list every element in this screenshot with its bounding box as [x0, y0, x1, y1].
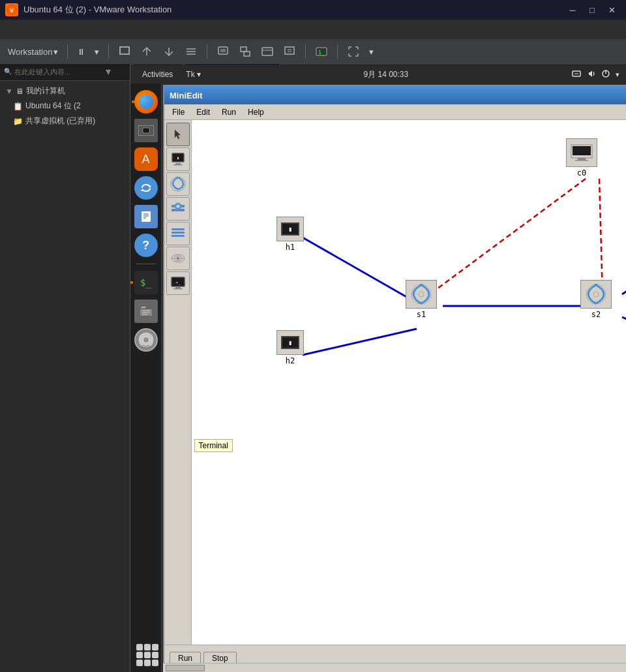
close-button[interactable]: ✕	[603, 3, 621, 17]
window-controls: ─ □ ✕	[563, 3, 621, 17]
c0-icon	[566, 138, 597, 167]
tool-switch[interactable]	[166, 197, 190, 221]
toolbar-separator-2	[108, 44, 109, 59]
toolbar-btn-10[interactable]	[280, 44, 299, 59]
dock-refresh[interactable]	[133, 175, 159, 201]
toolbar-btn-9[interactable]	[258, 44, 276, 59]
dock-terminal[interactable]: $_	[133, 269, 159, 296]
menu-help[interactable]: Help	[243, 106, 269, 118]
help-icon: ?	[134, 234, 158, 257]
tree-item-my-computer[interactable]: ▼ 🖥 我的计算机	[0, 84, 130, 99]
toolbar-separator-4	[305, 44, 306, 59]
workstation-label: Workstation	[8, 47, 52, 57]
dock-help[interactable]: ?	[133, 232, 159, 258]
vm-content[interactable]: Activities Tk ▾ 9月 14 00:33	[130, 65, 626, 672]
svg-rect-7	[244, 52, 250, 56]
s2-icon	[580, 280, 612, 309]
miniedit-toolbar: ▮	[164, 120, 192, 645]
toolbar-btn-3[interactable]	[115, 44, 134, 59]
menu-run[interactable]: Run	[216, 106, 241, 118]
power-icon[interactable]	[601, 69, 610, 80]
menu-file[interactable]: File	[167, 106, 190, 118]
h1-screen	[281, 222, 299, 236]
node-s1[interactable]: s1	[406, 280, 437, 319]
search-input[interactable]	[14, 68, 106, 76]
svg-rect-58	[575, 160, 588, 161]
svg-rect-3	[120, 47, 129, 54]
horizontal-scrollbar[interactable]	[163, 663, 626, 672]
tool-cursor[interactable]	[166, 123, 190, 146]
app-wrapper: V Ubuntu 64 位 (2) - VMware Workstation ─…	[0, 0, 626, 672]
toolbar-separator-3	[207, 44, 207, 59]
network-icon[interactable]	[571, 69, 582, 80]
toolbar-btn-2[interactable]: ▾	[92, 46, 102, 58]
dock-files[interactable]	[133, 117, 159, 144]
connection-s2-h3	[622, 234, 626, 294]
node-h1[interactable]: h1	[276, 217, 304, 252]
pause-button[interactable]: ⏸	[74, 46, 88, 58]
ubuntu-dock: A	[130, 84, 162, 672]
toolbar-btn-7[interactable]	[214, 44, 232, 59]
dock-apps-grid[interactable]	[133, 641, 159, 667]
svg-rect-34	[175, 163, 181, 164]
notes-icon	[134, 205, 158, 228]
tree-item-ubuntu[interactable]: 📋 Ubuntu 64 位 (2	[0, 99, 130, 114]
c0-label: c0	[577, 168, 586, 177]
ubuntu-topbar: Activities Tk ▾ 9月 14 00:33	[130, 65, 626, 84]
system-dropdown-icon[interactable]: ▾	[616, 70, 619, 79]
h-scrollbar-thumb[interactable]	[166, 665, 205, 671]
svg-text:▮: ▮	[177, 155, 179, 160]
toolbar-btn-8[interactable]	[236, 44, 254, 59]
terminal-tooltip: Terminal	[194, 439, 233, 452]
miniedit-canvas[interactable]: c0 h1	[192, 120, 626, 645]
toolbar-btn-4[interactable]	[138, 44, 156, 59]
terminal-active-dot	[130, 281, 133, 284]
miniedit-title: MiniEdit	[170, 91, 203, 100]
dock-dvd[interactable]: DVD	[133, 327, 159, 353]
toolbar-btn-6[interactable]	[182, 44, 200, 59]
title-bar: V Ubuntu 64 位 (2) - VMware Workstation ─…	[0, 0, 626, 20]
dock-file-manager[interactable]	[133, 298, 159, 324]
toolbar-btn-terminal[interactable]: $_	[312, 44, 331, 59]
tool-router[interactable]	[166, 247, 190, 270]
svg-rect-10	[285, 47, 294, 54]
tool-terminal[interactable]: >_ Terminal	[166, 271, 190, 295]
ubuntu-vm-icon: 📋	[13, 102, 23, 111]
tree-item-shared[interactable]: 📁 共享虚拟机 (已弃用)	[0, 114, 130, 129]
node-h2[interactable]: h2	[276, 330, 304, 365]
activities-button[interactable]: Activities	[137, 69, 178, 80]
toolbar-btn-5[interactable]	[160, 44, 178, 59]
maximize-button[interactable]: □	[583, 3, 601, 17]
svg-text:DVD: DVD	[142, 344, 150, 348]
connection-h2-s1	[303, 329, 417, 355]
search-box: 🔍 ▾	[0, 63, 130, 81]
node-s2[interactable]: s2	[580, 280, 612, 319]
workstation-menu[interactable]: Workstation ▾	[5, 46, 61, 58]
connection-h1-s1	[303, 237, 417, 303]
s2-label: s2	[591, 310, 601, 319]
toolbar-separator-1	[67, 44, 68, 59]
tool-controller[interactable]	[166, 172, 190, 196]
connection-c0-s1	[430, 179, 586, 294]
dock-separator	[136, 264, 156, 264]
dock-firefox[interactable]	[133, 89, 159, 115]
firefox-active-dot	[132, 100, 134, 103]
audio-icon[interactable]	[587, 69, 596, 80]
dock-software-center[interactable]: A	[133, 146, 159, 172]
menu-edit[interactable]: Edit	[191, 106, 215, 118]
node-c0[interactable]: c0	[566, 138, 597, 177]
toolbar-btn-fullscreen[interactable]	[344, 44, 363, 59]
tool-link[interactable]	[166, 222, 190, 245]
search-dropdown-icon[interactable]: ▾	[106, 65, 111, 78]
svg-rect-49	[175, 287, 181, 288]
minimize-button[interactable]: ─	[563, 3, 582, 17]
svg-rect-50	[173, 288, 183, 290]
toolbar-btn-dropdown-end[interactable]: ▾	[366, 46, 376, 58]
datetime-label: 9月 14 00:33	[363, 70, 408, 79]
tk-menu[interactable]: Tk ▾	[186, 70, 200, 79]
firefox-icon	[134, 90, 158, 114]
tool-host[interactable]: ▮	[166, 147, 190, 171]
svg-text:>_: >_	[175, 280, 181, 285]
dock-notes[interactable]	[133, 204, 159, 230]
topbar-left: Activities Tk ▾	[137, 69, 201, 80]
